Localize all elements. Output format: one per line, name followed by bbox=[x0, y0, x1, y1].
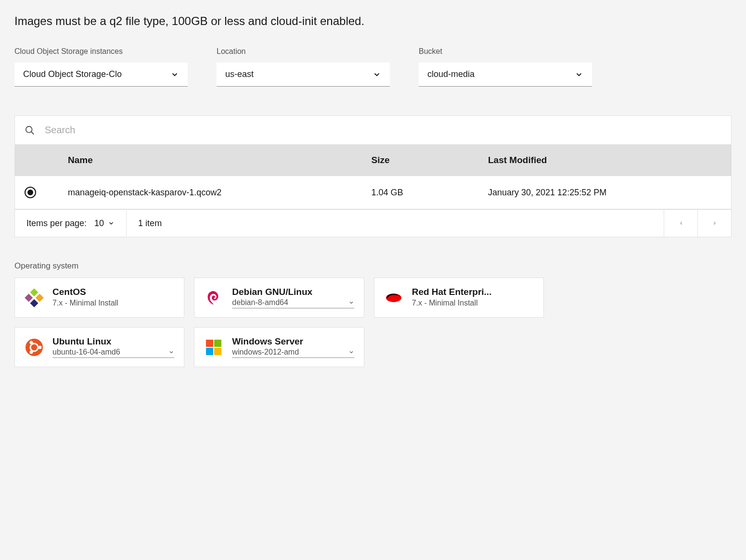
row-radio[interactable] bbox=[25, 187, 36, 198]
svg-rect-13 bbox=[214, 340, 221, 347]
svg-point-10 bbox=[30, 341, 33, 344]
svg-rect-5 bbox=[30, 299, 39, 307]
row-size: 1.04 GB bbox=[372, 188, 489, 198]
next-page-button[interactable] bbox=[697, 210, 731, 237]
chevron-down-icon bbox=[108, 220, 115, 227]
chevron-down-icon bbox=[575, 70, 583, 79]
centos-icon bbox=[25, 288, 44, 307]
cos-dropdown[interactable]: Cloud Object Storage-Clo bbox=[14, 63, 188, 87]
os-variant: ubuntu-16-04-amd6 bbox=[52, 348, 120, 356]
ubuntu-icon bbox=[25, 338, 44, 357]
svg-rect-12 bbox=[206, 340, 213, 347]
svg-rect-14 bbox=[206, 348, 213, 355]
os-variant: windows-2012-amd bbox=[232, 348, 299, 356]
selectors-row: Cloud Object Storage instances Cloud Obj… bbox=[14, 47, 732, 87]
os-variant-select[interactable]: windows-2012-amd bbox=[232, 348, 354, 358]
os-name: Red Hat Enterpri... bbox=[412, 287, 534, 297]
os-variant-select[interactable]: debian-8-amd64 bbox=[232, 298, 354, 308]
table-row[interactable]: manageiq-openstack-kasparov-1.qcow2 1.04… bbox=[15, 176, 731, 209]
chevron-down-icon bbox=[373, 70, 381, 79]
os-name: Ubuntu Linux bbox=[52, 336, 174, 347]
os-grid: CentOS7.x - Minimal InstallDebian GNU/Li… bbox=[14, 278, 544, 367]
os-card[interactable]: CentOS7.x - Minimal Install bbox=[14, 278, 184, 318]
os-variant-select[interactable]: ubuntu-16-04-amd6 bbox=[52, 348, 174, 358]
image-table: Name Size Last Modified manageiq-opensta… bbox=[14, 115, 732, 237]
debian-icon bbox=[204, 288, 223, 307]
cos-label: Cloud Object Storage instances bbox=[14, 47, 188, 56]
header-size: Size bbox=[372, 155, 489, 165]
os-card[interactable]: Ubuntu Linuxubuntu-16-04-amd6 bbox=[14, 327, 184, 367]
os-card[interactable]: Red Hat Enterpri...7.x - Minimal Install bbox=[374, 278, 544, 318]
svg-rect-15 bbox=[214, 348, 221, 355]
row-modified: January 30, 2021 12:25:52 PM bbox=[488, 188, 721, 198]
pagination: Items per page: 10 1 item bbox=[15, 209, 731, 237]
header-modified: Last Modified bbox=[488, 155, 721, 165]
chevron-down-icon bbox=[348, 349, 354, 355]
os-variant: 7.x - Minimal Install bbox=[412, 298, 534, 308]
header-name: Name bbox=[68, 155, 372, 165]
location-dropdown[interactable]: us-east bbox=[217, 63, 390, 87]
chevron-down-icon bbox=[170, 70, 179, 79]
prev-page-button[interactable] bbox=[664, 210, 697, 237]
bucket-value: cloud-media bbox=[427, 69, 475, 79]
row-name: manageiq-openstack-kasparov-1.qcow2 bbox=[68, 188, 372, 198]
chevron-down-icon bbox=[168, 349, 174, 355]
instructions-text: Images must be a q2 file type, 100GB or … bbox=[14, 14, 732, 28]
os-section-label: Operating system bbox=[14, 261, 732, 271]
search-icon bbox=[25, 125, 35, 136]
caret-right-icon bbox=[711, 220, 718, 227]
items-per-page-value: 10 bbox=[94, 218, 104, 229]
location-value: us-east bbox=[225, 69, 254, 79]
redhat-icon bbox=[384, 288, 403, 307]
os-name: CentOS bbox=[52, 287, 174, 297]
os-name: Windows Server bbox=[232, 336, 354, 347]
os-card[interactable]: Windows Serverwindows-2012-amd bbox=[194, 327, 364, 367]
bucket-label: Bucket bbox=[419, 47, 592, 56]
svg-rect-3 bbox=[36, 293, 44, 302]
svg-point-9 bbox=[39, 345, 42, 349]
location-label: Location bbox=[217, 47, 390, 56]
search-input[interactable] bbox=[45, 125, 721, 136]
chevron-down-icon bbox=[348, 300, 354, 305]
svg-rect-2 bbox=[30, 288, 39, 296]
os-name: Debian GNU/Linux bbox=[232, 287, 354, 297]
svg-point-11 bbox=[30, 350, 33, 354]
windows-icon bbox=[204, 338, 223, 357]
svg-rect-4 bbox=[25, 293, 33, 302]
bucket-dropdown[interactable]: cloud-media bbox=[419, 63, 592, 87]
table-header: Name Size Last Modified bbox=[15, 144, 731, 176]
os-card[interactable]: Debian GNU/Linuxdebian-8-amd64 bbox=[194, 278, 364, 318]
items-per-page-label: Items per page: bbox=[26, 218, 87, 229]
item-count: 1 item bbox=[127, 211, 664, 236]
svg-point-0 bbox=[26, 126, 32, 132]
caret-left-icon bbox=[678, 220, 684, 227]
cos-value: Cloud Object Storage-Clo bbox=[23, 69, 122, 79]
svg-line-1 bbox=[31, 131, 34, 134]
items-per-page-select[interactable]: 10 bbox=[94, 218, 115, 229]
os-variant: 7.x - Minimal Install bbox=[52, 298, 174, 308]
os-variant: debian-8-amd64 bbox=[232, 298, 288, 307]
